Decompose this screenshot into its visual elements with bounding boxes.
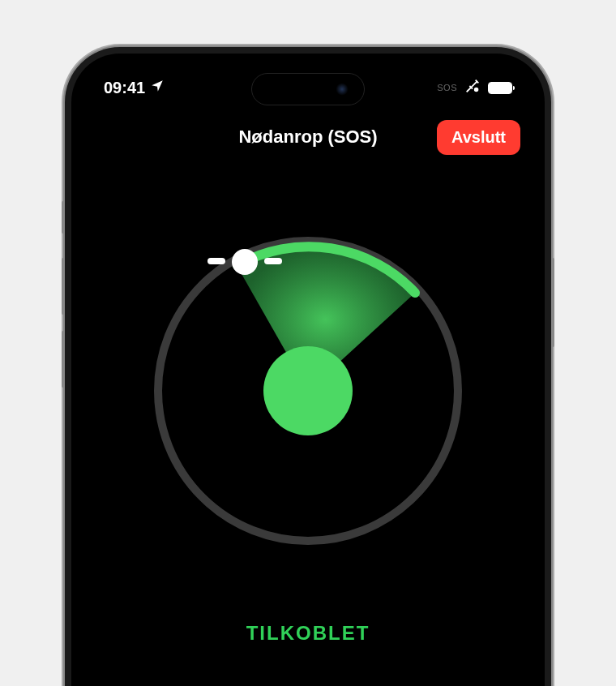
pointer-tick-left <box>207 258 225 264</box>
satellite-radar <box>154 237 462 545</box>
svg-point-0 <box>475 88 478 92</box>
front-camera <box>335 82 349 96</box>
connection-status: TILKOBLET <box>71 622 545 645</box>
status-time: 09:41 <box>104 79 145 97</box>
battery-fill <box>489 83 511 93</box>
header: Nødanrop (SOS) Avslutt <box>71 102 545 156</box>
battery-icon <box>488 82 512 94</box>
location-icon <box>150 79 165 97</box>
dynamic-island <box>251 73 365 105</box>
volume-down-button[interactable] <box>62 331 65 388</box>
satellite-pointer-dot <box>232 249 258 275</box>
volume-up-button[interactable] <box>62 258 65 315</box>
satellite-icon <box>464 77 481 98</box>
status-bar-right: SOS <box>437 77 512 98</box>
status-bar-left: 09:41 <box>104 79 165 97</box>
radar-center-dot <box>263 346 353 435</box>
side-buttons-left <box>62 201 65 404</box>
side-buttons-right <box>551 258 554 347</box>
page-title: Nødanrop (SOS) <box>238 126 377 148</box>
mute-switch[interactable] <box>62 201 65 234</box>
phone-frame: 09:41 SOS Nødanrop (SOS) <box>65 47 551 686</box>
power-button[interactable] <box>551 258 554 347</box>
radar-container <box>71 237 545 545</box>
pointer-tick-right <box>264 258 282 264</box>
phone-screen: 09:41 SOS Nødanrop (SOS) <box>71 54 545 686</box>
sos-indicator: SOS <box>437 83 457 92</box>
end-button[interactable]: Avslutt <box>437 120 520 155</box>
